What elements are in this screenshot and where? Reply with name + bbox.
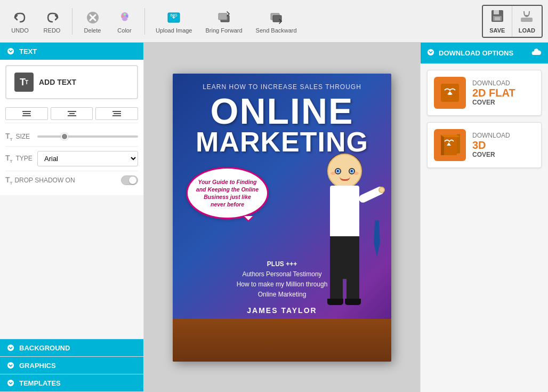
bottom-sections: BACKGROUND GRAPHICS <box>0 339 143 392</box>
background-section: BACKGROUND <box>0 339 143 357</box>
text-section-header[interactable]: TEXT <box>0 43 143 60</box>
download-3d-text: DOWNLOAD 3D COVER <box>472 132 510 158</box>
delete-label: Delete <box>84 27 101 34</box>
plus-line4: Online Marketing <box>173 290 391 300</box>
align-right-button[interactable] <box>95 107 138 120</box>
delete-icon <box>84 9 101 26</box>
char-body <box>330 186 359 239</box>
add-text-label: ADD TEXT <box>39 78 76 86</box>
drop-shadow-toggle[interactable] <box>121 175 138 185</box>
graphics-label: GRAPHICS <box>19 362 56 370</box>
color-button[interactable]: Color <box>110 6 139 37</box>
templates-header[interactable]: TEMPLATES <box>0 374 143 391</box>
redo-icon <box>44 9 61 26</box>
undo-button[interactable]: UNDO <box>5 6 35 37</box>
cover-speech-bubble: Your Guide to Finding and Keeping the On… <box>186 167 269 220</box>
background-header[interactable]: BACKGROUND <box>0 339 143 356</box>
download-options-body: DOWNLOAD 2D FLAT COVER <box>421 63 548 174</box>
upload-image-button[interactable]: + IMG Upload Image <box>150 6 198 37</box>
bring-forward-icon <box>215 9 232 26</box>
main-layout: TEXT TT ADD TEXT <box>0 43 548 392</box>
cover-plus-text: PLUS +++ Authors Personal Testimony How … <box>173 259 391 300</box>
size-slider[interactable] <box>37 135 138 138</box>
plus-line1: PLUS +++ <box>173 259 391 269</box>
canvas-area: LEARN HOW TO INCREASE SALES THROUGH ONLI… <box>144 43 420 392</box>
download-2d-card[interactable]: DOWNLOAD 2D FLAT COVER <box>427 70 542 116</box>
background-label: BACKGROUND <box>19 344 70 352</box>
svg-rect-11 <box>219 13 227 20</box>
bring-forward-button[interactable]: Bring Forward <box>200 6 248 37</box>
svg-point-4 <box>122 15 124 17</box>
svg-point-22 <box>7 380 14 386</box>
font-type-select[interactable]: Arial Times New Roman Courier Georgia <box>37 151 138 166</box>
text-section-chevron <box>6 47 15 55</box>
text-panel-body: TT ADD TEXT <box>0 60 143 195</box>
download-3d-line3: COVER <box>472 151 510 158</box>
left-panel: TEXT TT ADD TEXT <box>0 43 144 392</box>
plus-line2: Authors Personal Testimony <box>173 269 391 279</box>
bring-forward-label: Bring Forward <box>206 27 243 34</box>
send-backward-button[interactable]: Send Backward <box>251 6 302 37</box>
load-button[interactable]: LOAD <box>512 6 542 37</box>
text-section-label: TEXT <box>19 47 37 55</box>
save-button[interactable]: SAVE <box>483 6 512 37</box>
plus-line3: How to make my Million through <box>173 279 391 290</box>
download-2d-line1: DOWNLOAD <box>472 79 515 87</box>
color-icon <box>116 9 133 26</box>
svg-point-23 <box>428 49 434 55</box>
shadow-label: TT DROP SHADOW ON <box>5 175 116 186</box>
svg-point-20 <box>7 345 14 351</box>
svg-point-19 <box>7 48 14 54</box>
svg-point-21 <box>7 362 14 369</box>
align-center-button[interactable] <box>51 107 93 120</box>
undo-icon <box>12 9 29 26</box>
download-header-label: DOWNLOAD OPTIONS <box>439 49 513 57</box>
undo-label: UNDO <box>11 27 28 34</box>
align-left-button[interactable] <box>5 107 48 120</box>
download-3d-line1: DOWNLOAD <box>472 132 510 139</box>
download-2d-thumb <box>434 77 466 109</box>
align-left-icon <box>22 111 31 116</box>
download-3d-card[interactable]: DOWNLOAD 3D COVER <box>427 122 542 168</box>
text-icon: TT <box>14 73 34 92</box>
color-label: Color <box>117 27 131 34</box>
templates-section: TEMPLATES <box>0 374 143 392</box>
type-row: TT TYPE Arial Times New Roman Courier Ge… <box>5 147 138 171</box>
save-icon <box>490 9 504 26</box>
cloud-icon <box>531 47 542 59</box>
download-2d-text: DOWNLOAD 2D FLAT COVER <box>472 79 515 106</box>
toolbar-divider-1 <box>72 8 72 35</box>
save-load-group: SAVE LOAD <box>482 5 543 38</box>
graphics-chevron <box>6 361 15 370</box>
download-3d-thumb <box>434 129 466 161</box>
align-row <box>5 105 138 123</box>
redo-button[interactable]: REDO <box>37 6 67 37</box>
svg-rect-26 <box>441 135 444 155</box>
svg-rect-15 <box>494 10 499 14</box>
templates-label: TEMPLATES <box>19 379 61 387</box>
book-cover: LEARN HOW TO INCREASE SALES THROUGH ONLI… <box>173 74 391 362</box>
align-center-icon <box>68 111 76 116</box>
svg-text:IMG: IMG <box>171 13 178 17</box>
toolbar-divider-2 <box>144 8 145 35</box>
char-head <box>327 154 362 188</box>
send-backward-icon <box>268 9 285 26</box>
redo-label: REDO <box>44 27 61 34</box>
align-right-icon <box>112 111 121 116</box>
upload-image-label: Upload Image <box>156 27 192 34</box>
delete-button[interactable]: Delete <box>78 6 107 37</box>
add-text-button[interactable]: TT ADD TEXT <box>5 65 138 99</box>
size-row: TT SIZE <box>5 127 138 147</box>
cover-title-marketing: MARKETING <box>173 128 391 156</box>
templates-chevron <box>6 379 15 387</box>
type-label: TT TYPE <box>5 154 32 164</box>
download-2d-line3: COVER <box>472 99 515 106</box>
char-tie <box>374 220 380 258</box>
cover-author: JAMES TAYLOR <box>173 306 391 315</box>
graphics-header[interactable]: GRAPHICS <box>0 357 143 374</box>
upload-image-icon: + IMG <box>165 9 182 26</box>
svg-rect-13 <box>273 15 281 22</box>
download-3d-line2: 3D <box>472 139 510 151</box>
shadow-row: TT DROP SHADOW ON <box>5 171 138 190</box>
load-icon <box>520 9 534 26</box>
